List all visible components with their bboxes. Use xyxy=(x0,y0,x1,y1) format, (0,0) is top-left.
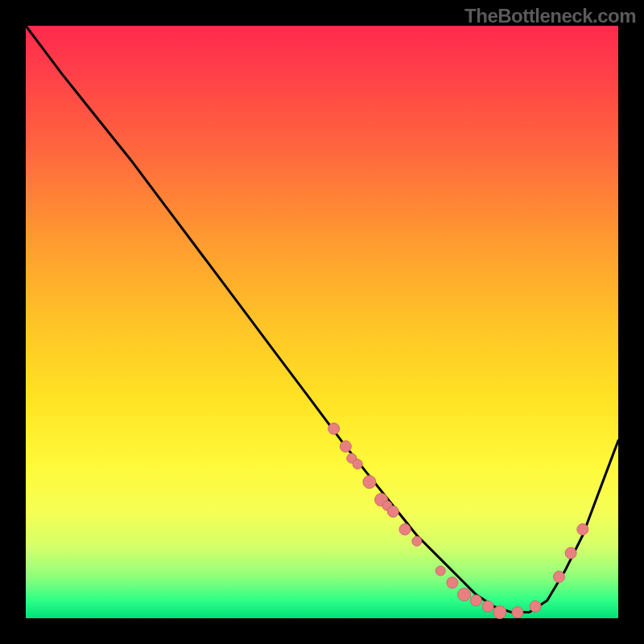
watermark-text: TheBottleneck.com xyxy=(464,5,636,27)
sample-markers xyxy=(328,423,588,619)
sample-marker xyxy=(353,460,362,469)
sample-marker xyxy=(458,588,471,601)
sample-marker xyxy=(436,566,445,576)
sample-marker xyxy=(470,595,481,606)
sample-marker xyxy=(328,423,340,435)
sample-marker xyxy=(482,601,493,612)
plot-area xyxy=(26,26,618,618)
sample-marker xyxy=(512,607,523,618)
bottleneck-curve-svg xyxy=(26,26,618,618)
sample-marker xyxy=(493,606,506,619)
sample-marker xyxy=(412,536,422,546)
chart-container: TheBottleneck.com xyxy=(0,0,644,644)
sample-marker xyxy=(363,476,376,489)
sample-marker xyxy=(387,506,398,518)
sample-marker xyxy=(447,577,458,588)
sample-marker xyxy=(577,524,588,535)
bottleneck-curve xyxy=(26,26,618,613)
sample-marker xyxy=(340,441,351,452)
sample-marker xyxy=(399,524,411,535)
sample-marker xyxy=(565,547,576,559)
sample-marker xyxy=(530,601,541,612)
sample-marker xyxy=(553,572,564,583)
